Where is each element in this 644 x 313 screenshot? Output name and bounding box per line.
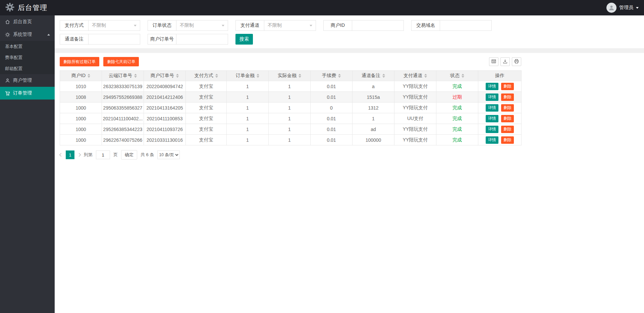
delete-expired-orders-button[interactable]: 删除所有过期订单 — [60, 57, 99, 66]
page-size-select[interactable]: 10 条/页 — [157, 150, 180, 159]
column-label: 支付通道 — [404, 73, 422, 79]
delete-button[interactable]: 删除 — [501, 93, 514, 101]
cell-cloud_order_no: 295266385344223 — [102, 124, 144, 135]
home-icon — [5, 19, 10, 24]
cell-order_amount: 1 — [227, 113, 269, 124]
column-header-merchant_id[interactable]: 商户ID — [60, 71, 102, 81]
column-header-pay_channel[interactable]: 支付通道 — [394, 71, 436, 81]
delete-button[interactable]: 删除 — [501, 136, 514, 144]
filter-label: 订单状态 — [148, 20, 176, 31]
cell-pay_method: 支付宝 — [186, 135, 227, 145]
filter-field-trade-domain: 交易域名 — [411, 20, 492, 31]
print-button[interactable] — [512, 57, 521, 66]
detail-button[interactable]: 详情 — [486, 115, 498, 122]
detail-button[interactable]: 详情 — [486, 93, 498, 101]
detail-button[interactable]: 详情 — [486, 104, 498, 112]
sort-icon[interactable] — [299, 74, 301, 78]
cell-channel_note: a — [353, 81, 394, 92]
cell-order_amount: 1 — [227, 92, 269, 103]
page-unit-label: 页 — [113, 152, 118, 158]
cell-channel_note: 100000 — [353, 135, 394, 145]
merchant-order-no-input[interactable] — [176, 34, 228, 45]
user-menu[interactable]: 管理员 — [606, 3, 639, 13]
sidebar-item-basic-config[interactable]: 基本配置 — [0, 41, 55, 52]
confirm-page-button[interactable]: 确定 — [121, 150, 137, 160]
cell-merchant_order_no: 20210411093726 — [144, 124, 186, 135]
filter-section: 支付方式 不限制 订单状态 不限制 支付通道 不限制 — [55, 15, 644, 48]
sidebar-item-label: 邮箱配置 — [5, 66, 22, 72]
pay-method-select[interactable]: 不限制 — [88, 20, 140, 31]
channel-note-input[interactable] — [88, 34, 140, 45]
sidebar-item-home[interactable]: 后台首页 — [0, 15, 55, 28]
cell-pay_method: 支付宝 — [186, 81, 227, 92]
column-header-cloud_order_no[interactable]: 云端订单号 — [102, 71, 144, 81]
cell-status: 完成 — [436, 103, 478, 113]
app-logo: 后台管理 — [5, 3, 47, 13]
sort-icon[interactable] — [176, 74, 179, 78]
delete-button[interactable]: 删除 — [501, 83, 514, 90]
sort-icon[interactable] — [134, 74, 137, 78]
sort-icon[interactable] — [338, 74, 341, 78]
sidebar-item-system[interactable]: 系统管理 — [0, 28, 55, 41]
sort-icon[interactable] — [462, 74, 464, 78]
cell-cloud_order_no: 20210411100402... — [102, 113, 144, 124]
order-status-select[interactable]: 不限制 — [176, 20, 228, 31]
delete-button[interactable]: 删除 — [501, 126, 514, 133]
column-header-fee[interactable]: 手续费 — [311, 71, 353, 81]
prev-page-button[interactable] — [59, 153, 63, 156]
pay-channel-select[interactable]: 不限制 — [264, 20, 316, 31]
top-header: 后台管理 管理员 — [0, 0, 644, 15]
sidebar-item-label: 后台首页 — [13, 19, 32, 25]
merchant-id-input[interactable] — [352, 20, 404, 31]
sort-icon[interactable] — [215, 74, 218, 78]
detail-button[interactable]: 详情 — [486, 136, 498, 144]
sidebar-item-label: 系统管理 — [13, 32, 32, 38]
filter-field-pay-channel: 支付通道 不限制 — [235, 20, 316, 31]
cell-merchant_order_no: 20210414212406 — [144, 92, 186, 103]
cell-merchant_order_no: 20210413164205 — [144, 103, 186, 113]
table-columns-button[interactable] — [489, 57, 498, 66]
sort-icon[interactable] — [257, 74, 259, 78]
sidebar-item-orders[interactable]: 订单管理 — [0, 87, 55, 100]
cell-pay_method: 支付宝 — [186, 92, 227, 103]
sort-icon[interactable] — [88, 74, 90, 78]
chevron-down-icon — [636, 7, 639, 9]
column-label: 手续费 — [322, 73, 336, 79]
cell-pay_channel: YY陪玩支付 — [394, 81, 436, 92]
column-header-actual_amount[interactable]: 实际金额 — [269, 71, 311, 81]
detail-button[interactable]: 详情 — [486, 126, 498, 133]
page-jump-input[interactable] — [96, 150, 110, 159]
column-header-actions: 操作 — [478, 71, 522, 81]
delete-week-old-orders-button[interactable]: 删除七天前订单 — [103, 57, 139, 66]
sort-icon[interactable] — [424, 74, 427, 78]
search-button[interactable]: 搜索 — [235, 34, 253, 45]
current-page[interactable]: 1 — [66, 150, 74, 159]
filter-field-channel-note: 通道备注 — [60, 34, 140, 45]
sidebar-item-label: 订单管理 — [13, 90, 32, 96]
next-page-button[interactable] — [77, 153, 81, 156]
cell-actual_amount: 1 — [269, 92, 311, 103]
column-header-status[interactable]: 状态 — [436, 71, 478, 81]
sidebar-item-merchant[interactable]: 商户管理 — [0, 74, 55, 87]
trade-domain-input[interactable] — [440, 20, 492, 31]
column-header-channel_note[interactable]: 通道备注 — [353, 71, 394, 81]
delete-button[interactable]: 删除 — [501, 115, 514, 122]
total-count: 共 6 条 — [141, 152, 154, 158]
filter-label: 商户订单号 — [148, 34, 176, 45]
cell-actual_amount: 1 — [269, 135, 311, 145]
sidebar-item-rate-config[interactable]: 费率配置 — [0, 52, 55, 63]
cell-fee: 0.01 — [311, 81, 353, 92]
export-button[interactable] — [500, 57, 510, 66]
sort-icon[interactable] — [382, 74, 385, 78]
column-header-pay_method[interactable]: 支付方式 — [186, 71, 227, 81]
order-table: 商户ID云端订单号商户订单号支付方式订单金额实际金额手续费通道备注支付通道状态操… — [60, 70, 522, 145]
cell-pay_method: 支付宝 — [186, 103, 227, 113]
column-header-order_amount[interactable]: 订单金额 — [227, 71, 269, 81]
detail-button[interactable]: 详情 — [486, 83, 498, 90]
delete-button[interactable]: 删除 — [501, 104, 514, 112]
gear-icon — [5, 32, 10, 37]
column-header-merchant_order_no[interactable]: 商户订单号 — [144, 71, 186, 81]
cell-pay_channel: YY陪玩支付 — [394, 103, 436, 113]
sidebar-item-mail-config[interactable]: 邮箱配置 — [0, 63, 55, 74]
status-text: 完成 — [452, 116, 462, 121]
